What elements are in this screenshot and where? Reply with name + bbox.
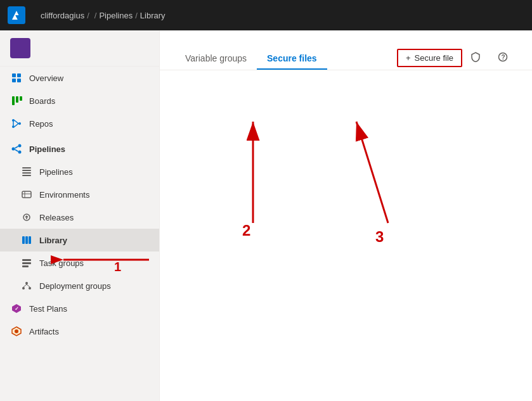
svg-point-10 [18,122,21,125]
page-title [160,30,532,43]
releases-icon [20,211,33,224]
sidebar-item-deployment-groups[interactable]: Deployment groups [0,274,159,297]
tabs-bar: Variable groups Secure files + Secure fi… [160,43,532,70]
overview-icon [10,72,23,84]
svg-line-37 [23,284,27,287]
svg-rect-4 [17,79,21,82]
content-area: Variable groups Secure files + Secure fi… [160,30,532,401]
svg-line-18 [15,150,18,151]
svg-rect-5 [12,96,15,105]
svg-rect-30 [29,236,31,244]
svg-rect-32 [22,262,31,264]
svg-rect-29 [25,236,28,244]
shield-icon [471,52,480,64]
artifacts-icon [10,325,23,338]
help-button[interactable]: ? [491,49,517,67]
library-icon [20,234,33,246]
svg-rect-7 [20,96,22,101]
sidebar-item-deployment-groups-label: Deployment groups [39,281,111,291]
sep2: / [94,11,97,20]
svg-rect-6 [16,96,18,103]
sidebar-item-test-plans[interactable]: ✓ Test Plans [0,297,159,320]
svg-text:2: 2 [242,222,250,239]
breadcrumb-library[interactable]: Library [140,11,165,20]
pipelines-header-icon [10,143,23,155]
deployment-groups-icon [20,279,33,292]
svg-line-12 [15,120,18,124]
svg-point-42 [15,329,18,333]
sidebar-item-environments[interactable]: Environments [0,183,159,206]
sidebar-item-artifacts[interactable]: Artifacts [0,320,159,343]
sidebar-item-task-groups-label: Task groups [39,258,84,268]
top-nav: cliffordagius / / Pipelines / Library [0,0,532,30]
avatar [10,38,30,58]
svg-rect-2 [17,73,21,77]
sidebar-item-repos[interactable]: Repos [0,112,159,135]
breadcrumb-user[interactable]: cliffordagius [41,11,84,20]
task-groups-icon [20,257,33,269]
secure-file-button-label: Secure file [415,53,453,63]
tab-secure-files[interactable]: Secure files [257,48,327,70]
sidebar-item-library[interactable]: Library [0,229,159,251]
svg-rect-19 [22,170,31,171]
security-button[interactable] [465,49,489,67]
sidebar-item-boards-label: Boards [29,96,55,106]
sidebar-item-pipelines-label: Pipelines [39,167,73,177]
help-icon: ? [498,52,508,64]
plus-icon: + [406,53,411,63]
svg-point-36 [29,287,31,290]
sidebar-item-releases-label: Releases [39,213,74,222]
svg-rect-33 [22,265,29,267]
tabs-right-actions: + Secure file ? [397,49,517,70]
svg-text:✓: ✓ [15,306,19,312]
add-project-button[interactable] [141,47,149,49]
sidebar-item-repos-label: Repos [29,119,53,129]
pipelines-icon [20,165,33,178]
svg-rect-3 [12,79,16,82]
breadcrumb-pipelines[interactable]: Pipelines [99,11,133,20]
sidebar-item-releases[interactable]: Releases [0,206,159,229]
svg-rect-1 [12,73,16,77]
sidebar-item-pipelines-header-label: Pipelines [29,144,65,154]
sidebar-item-environments-label: Environments [39,190,89,200]
svg-line-17 [15,146,18,148]
svg-text:3: 3 [375,228,384,245]
svg-point-8 [12,119,15,122]
sidebar-item-pipelines[interactable]: Pipelines [0,160,159,183]
sidebar-item-overview-label: Overview [29,73,63,83]
svg-line-38 [27,284,30,287]
app-logo[interactable] [8,6,30,24]
svg-point-16 [18,151,22,154]
svg-rect-31 [22,259,31,261]
sidebar: Overview Boards [0,30,160,401]
svg-rect-20 [22,172,31,174]
annotation-layer: 2 3 [160,70,532,401]
svg-line-48 [356,122,388,223]
boards-icon [10,94,23,107]
sidebar-item-test-plans-label: Test Plans [29,304,67,314]
svg-point-9 [12,125,15,128]
svg-rect-21 [22,167,31,169]
svg-point-35 [22,287,25,290]
svg-line-13 [15,124,18,127]
secure-file-button[interactable]: + Secure file [397,49,462,67]
svg-rect-28 [22,236,25,244]
sidebar-item-boards[interactable]: Boards [0,89,159,112]
sidebar-item-pipelines-header[interactable]: Pipelines [0,135,159,160]
sidebar-item-overview[interactable]: Overview [0,67,159,89]
svg-text:?: ? [502,54,505,61]
sep3: / [135,11,138,20]
repos-icon [10,117,23,130]
sidebar-item-artifacts-label: Artifacts [29,327,59,336]
svg-point-15 [18,144,22,148]
tab-variable-groups[interactable]: Variable groups [175,48,257,70]
sidebar-item-library-label: Library [39,236,67,245]
sep1: / [87,11,89,20]
sidebar-item-task-groups[interactable]: Task groups [0,251,159,274]
main-layout: Overview Boards [0,30,532,401]
svg-point-14 [12,148,15,151]
test-plans-icon: ✓ [10,302,23,315]
breadcrumb: cliffordagius / / Pipelines / Library [41,11,165,20]
annotations-svg: 2 3 [160,70,532,401]
environments-icon [20,188,33,201]
